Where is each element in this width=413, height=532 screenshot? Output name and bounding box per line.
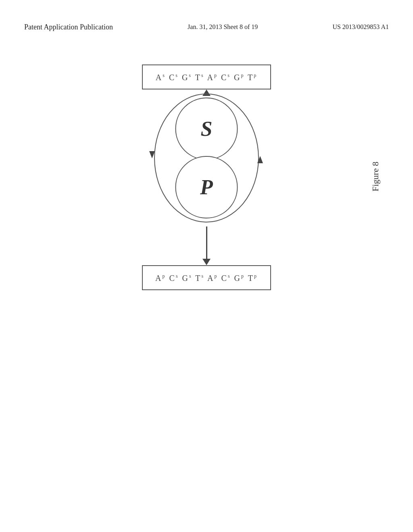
- arrow-line-down: [206, 227, 207, 259]
- circles-wrapper: S P: [150, 89, 263, 227]
- arrow-head-down: [202, 259, 211, 265]
- sheet-info: Jan. 31, 2013 Sheet 8 of 19: [188, 22, 258, 32]
- circle-s-label: S: [201, 117, 213, 141]
- circle-p: P: [175, 156, 238, 218]
- circle-s: S: [175, 98, 238, 160]
- arrow-down: [202, 227, 211, 265]
- svg-marker-1: [257, 156, 263, 163]
- svg-marker-0: [149, 151, 155, 158]
- figure-caption-text: Figure 8: [370, 162, 381, 191]
- right-arrow: [255, 151, 266, 165]
- patent-number: US 2013/0029853 A1: [332, 22, 389, 32]
- figure-container: As Cs Gs Ts Ap Cs Gp Tp: [0, 64, 413, 290]
- publication-title: Patent Application Publication: [24, 22, 113, 32]
- top-formula-box: As Cs Gs Ts Ap Cs Gp Tp: [142, 64, 271, 89]
- bottom-formula-box: Ap Cs Gs Ts Ap Cs Gp Tp: [142, 265, 271, 290]
- bottom-formula-text: Ap Cs Gs Ts Ap Cs Gp Tp: [155, 274, 258, 283]
- circle-p-label: P: [200, 175, 213, 199]
- diagram-area: As Cs Gs Ts Ap Cs Gp Tp: [106, 64, 307, 290]
- figure-caption: Figure 8: [370, 162, 381, 193]
- left-arrow: [147, 151, 158, 165]
- page-header: Patent Application Publication Jan. 31, …: [0, 0, 413, 40]
- top-formula-text: As Cs Gs Ts Ap Cs Gp Tp: [156, 73, 257, 82]
